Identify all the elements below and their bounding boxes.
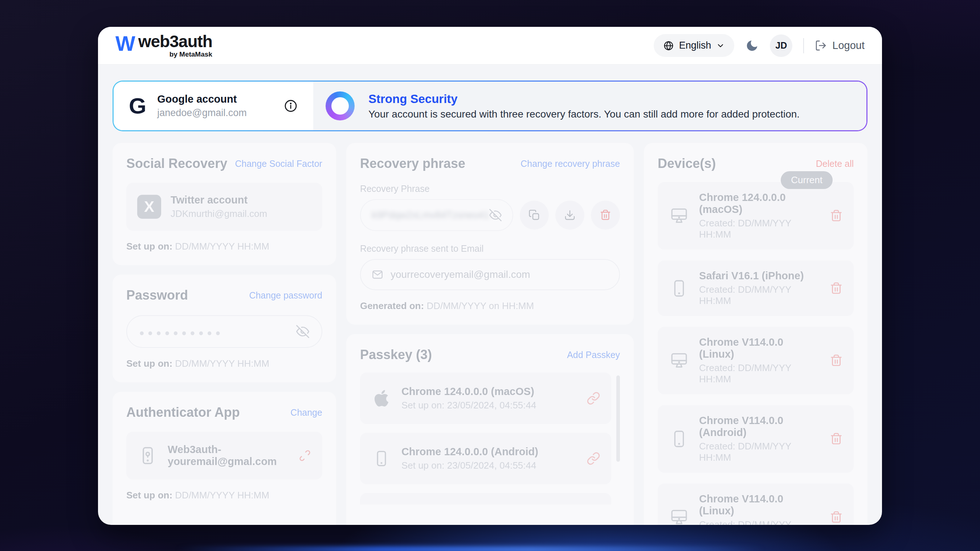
passkey-row: Rome 24.456.355.98 (360, 493, 611, 505)
device-name: Chrome V114.0.0 (Linux) (699, 336, 820, 360)
phone-shield-icon (137, 445, 158, 466)
delete-device-icon[interactable] (830, 511, 843, 524)
download-icon (564, 209, 576, 221)
authenticator-card: Authenticator App Change Web3auth-yourem… (113, 392, 336, 525)
web3auth-logo-icon: W (115, 33, 134, 54)
device-row: Chrome V114.0.0 (Linux) Created: DD/MM/Y… (658, 327, 854, 394)
social-recovery-card: Social Recovery Change Social Factor X T… (113, 143, 336, 265)
web3auth-logo: W web3auth by MetaMask (115, 33, 212, 59)
envelope-icon (372, 269, 383, 280)
delete-phrase-button[interactable] (591, 201, 620, 230)
logout-button[interactable]: Logout (815, 40, 865, 51)
factors-grid: Social Recovery Change Social Factor X T… (113, 143, 867, 525)
authenticator-setup-row: Set up on: DD/MM/YYYY HH:MM (126, 490, 322, 501)
delete-device-icon[interactable] (830, 209, 843, 222)
language-selector[interactable]: English (654, 34, 735, 57)
unlink-icon[interactable] (298, 449, 312, 462)
account-email: janedoe@gmail.com (157, 107, 247, 119)
twitter-account-tile: X Twitter account JDKmurthi@gmail.com (126, 183, 322, 231)
logout-label: Logout (832, 40, 865, 51)
desktop-icon (668, 206, 690, 226)
change-social-factor-link[interactable]: Change Social Factor (235, 159, 322, 169)
social-setup-row: Set up on: DD/MM/YYYY HH:MM (126, 241, 322, 252)
copy-phrase-button[interactable] (520, 201, 549, 230)
recovery-email-value: yourrecoveryemail@gmail.com (391, 269, 530, 280)
brand-name: web3auth (138, 33, 212, 50)
passkey-list: Chrome 124.0.0.0 (macOS) Set up on: 23/0… (360, 373, 620, 505)
current-device-badge: Current (781, 171, 833, 189)
add-passkey-link[interactable]: Add Passkey (567, 350, 620, 360)
security-status-title: Strong Security (368, 92, 800, 106)
password-title: Password (126, 287, 188, 303)
recovery-email-input[interactable]: yourrecoveryemail@gmail.com (360, 259, 620, 290)
connected-account-section: G Google account janedoe@gmail.com (114, 82, 313, 130)
device-created: Created: DD/MM/YYY HH:MM (699, 441, 820, 463)
eye-off-icon[interactable] (296, 325, 309, 338)
password-input[interactable]: •••••••••• (126, 315, 322, 348)
app-window: W web3auth by MetaMask English (98, 27, 882, 525)
trash-icon (600, 209, 611, 221)
device-name: Chrome V114.0.0 (Linux) (699, 493, 820, 517)
link-icon[interactable] (587, 391, 600, 405)
download-phrase-button[interactable] (555, 201, 584, 230)
change-password-link[interactable]: Change password (249, 290, 322, 301)
passkey-row: Chrome 124.0.0.0 (macOS) Set up on: 23/0… (360, 373, 611, 424)
twitter-account-email: JDKmurthi@gmail.com (170, 208, 267, 219)
dark-mode-toggle[interactable] (745, 39, 759, 52)
top-header: W web3auth by MetaMask English (98, 27, 882, 65)
header-divider (803, 38, 804, 53)
passkey-name: Chrome 124.0.0.0 (Android) (401, 446, 538, 458)
device-name: Safari V16.1 (iPhone) (699, 270, 820, 282)
devices-card: Device(s) Delete all Current (644, 143, 867, 525)
desktop-icon (668, 350, 690, 371)
recovery-phrase-obscured-value: k9Pdqw2xLmv84Tzsneo41 (372, 210, 489, 221)
passkey-setup: Set up on: 23/05/2024, 04:55:44 (401, 460, 538, 471)
security-status-description: Your account is secured with three recov… (368, 108, 800, 120)
device-row: Chrome V114.0.0 (Linux) Created: DD/MM/Y… (658, 484, 854, 525)
logout-icon (815, 40, 827, 51)
authenticator-account-label: Web3auth-youremail@gmal.com (168, 444, 289, 468)
passkey-name: Chrome 124.0.0.0 (macOS) (401, 386, 536, 397)
passkey-card: Passkey (3) Add Passkey Chrome 124.0.0. (346, 334, 634, 525)
passkey-setup: Set up on: 23/05/2024, 04:55:44 (401, 400, 536, 411)
info-icon[interactable] (283, 98, 298, 113)
chevron-down-icon (716, 41, 725, 50)
phrase-generated-row: Generated on: DD/MM/YYYY on HH:MM (360, 300, 620, 311)
change-recovery-phrase-link[interactable]: Change recovery phrase (520, 159, 620, 169)
device-created: Created: DD/MM/YYY HH:MM (699, 519, 820, 525)
delete-all-devices-link[interactable]: Delete all (816, 159, 854, 169)
eye-off-icon[interactable] (489, 209, 502, 221)
delete-device-icon[interactable] (830, 432, 843, 445)
recovery-phrase-input[interactable]: k9Pdqw2xLmv84Tzsneo41 (360, 199, 513, 231)
copy-icon (528, 209, 540, 221)
device-name: Chrome 124.0.0.0 (macOS) (699, 192, 820, 216)
change-authenticator-link[interactable]: Change (290, 407, 322, 418)
device-created: Created: DD/MM/YYY HH:MM (699, 362, 820, 385)
language-label: English (679, 40, 711, 51)
authenticator-title: Authenticator App (126, 405, 240, 420)
smartphone-icon (371, 449, 392, 468)
delete-device-icon[interactable] (830, 282, 843, 295)
authenticator-tile: Web3auth-youremail@gmal.com (126, 432, 322, 480)
security-status-section: Strong Security Your account is secured … (313, 82, 866, 130)
recovery-email-label: Recovery phrase sent to Email (360, 243, 620, 254)
device-name: Chrome V114.0.0 (Android) (699, 414, 820, 438)
desktop-icon (668, 507, 690, 525)
scrollbar-thumb[interactable] (616, 375, 620, 462)
twitter-account-title: Twitter account (170, 194, 267, 206)
recovery-phrase-card: Recovery phrase Change recovery phrase R… (346, 143, 634, 325)
brand-byline: by MetaMask (170, 51, 212, 59)
link-icon[interactable] (587, 452, 600, 465)
device-created: Created: DD/MM/YYY HH:MM (699, 284, 820, 306)
password-masked-value: •••••••••• (139, 323, 224, 340)
smartphone-icon (668, 278, 690, 299)
google-icon: G (129, 95, 146, 117)
x-twitter-icon: X (137, 195, 161, 219)
device-created: Created: DD/MM/YYY HH:MM (699, 218, 820, 240)
delete-device-icon[interactable] (830, 354, 843, 367)
passkey-row: Chrome 124.0.0.0 (Android) Set up on: 23… (360, 433, 611, 484)
user-avatar[interactable]: JD (770, 35, 792, 57)
device-row: Chrome V114.0.0 (Android) Created: DD/MM… (658, 405, 854, 473)
password-card: Password Change password •••••••••• Set … (113, 275, 336, 382)
smartphone-icon (668, 429, 690, 449)
